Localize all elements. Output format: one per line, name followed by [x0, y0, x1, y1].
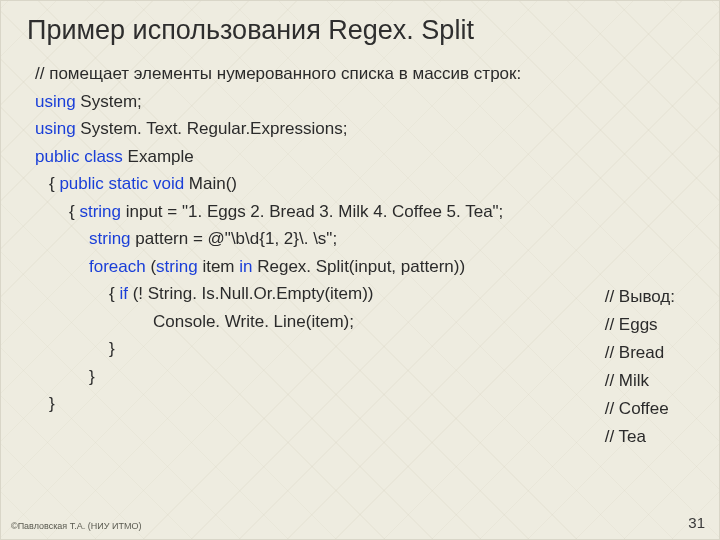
output-line: // Bread [605, 339, 675, 367]
code-text: Regex. Split(input, pattern)) [252, 257, 465, 276]
output-line: // Tea [605, 423, 675, 451]
slide-title: Пример использования Regex. Split [27, 15, 695, 46]
code-text: ( [146, 257, 156, 276]
code-line: foreach (string item in Regex. Split(inp… [35, 253, 695, 281]
kw-public-static-void: public static void [59, 174, 184, 193]
kw-in: in [239, 257, 252, 276]
code-line: Console. Write. Line(item); [35, 308, 695, 336]
kw-using: using [35, 92, 76, 111]
output-line: // Milk [605, 367, 675, 395]
code-comment: // помещает элементы нумерованного списк… [35, 60, 695, 88]
code-text: input = "1. Eggs 2. Bread 3. Milk 4. Cof… [121, 202, 503, 221]
code-text: System; [76, 92, 142, 111]
output-line: // Вывод: [605, 283, 675, 311]
brace-close: } [35, 390, 695, 418]
code-text: Example [123, 147, 194, 166]
code-text: item [198, 257, 240, 276]
kw-if: if [119, 284, 128, 303]
brace-close: } [35, 363, 695, 391]
page-number: 31 [688, 514, 705, 531]
code-line: string pattern = @"\b\d{1, 2}\. \s"; [35, 225, 695, 253]
kw-public-class: public class [35, 147, 123, 166]
output-block: // Вывод: // Eggs // Bread // Milk // Co… [605, 283, 675, 451]
code-line: public class Example [35, 143, 695, 171]
brace-close: } [35, 335, 695, 363]
code-line: { public static void Main() [35, 170, 695, 198]
code-line: { string input = "1. Eggs 2. Bread 3. Mi… [35, 198, 695, 226]
output-line: // Eggs [605, 311, 675, 339]
brace: { [69, 202, 79, 221]
footer-copyright: ©Павловская Т.А. (НИУ ИТМО) [11, 521, 141, 531]
code-line: using System. Text. Regular.Expressions; [35, 115, 695, 143]
kw-string: string [89, 229, 131, 248]
kw-string: string [156, 257, 198, 276]
code-text: pattern = @"\b\d{1, 2}\. \s"; [131, 229, 338, 248]
brace: { [49, 174, 59, 193]
kw-using: using [35, 119, 76, 138]
kw-foreach: foreach [89, 257, 146, 276]
code-block: // помещает элементы нумерованного списк… [27, 60, 695, 418]
output-line: // Coffee [605, 395, 675, 423]
code-text: System. Text. Regular.Expressions; [76, 119, 348, 138]
code-line: { if (! String. Is.Null.Or.Empty(item)) [35, 280, 695, 308]
slide: Пример использования Regex. Split // пом… [0, 0, 720, 540]
kw-string: string [79, 202, 121, 221]
code-text: (! String. Is.Null.Or.Empty(item)) [128, 284, 374, 303]
brace: { [109, 284, 119, 303]
code-text: Main() [184, 174, 237, 193]
code-line: using System; [35, 88, 695, 116]
